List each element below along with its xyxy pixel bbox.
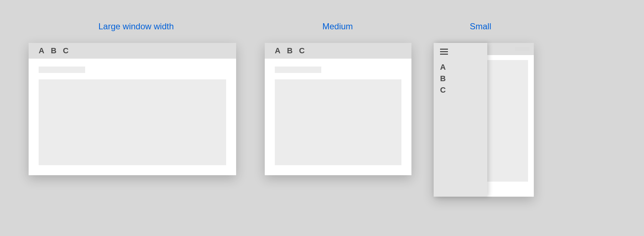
topbar-medium: A B C (265, 43, 411, 59)
body-placeholder (275, 79, 401, 165)
window-small: A B C (434, 43, 534, 197)
tab-b[interactable]: B (287, 46, 293, 55)
label-small: Small (470, 21, 491, 31)
tab-a[interactable]: A (440, 63, 481, 72)
body-placeholder (39, 79, 226, 165)
title-placeholder (515, 47, 530, 51)
window-medium: A B C (265, 43, 411, 175)
tab-b[interactable]: B (440, 74, 481, 83)
tab-b[interactable]: B (51, 46, 57, 55)
content-large (29, 59, 236, 173)
tab-c[interactable]: C (440, 85, 481, 95)
tab-c[interactable]: C (63, 46, 69, 55)
label-large: Large window width (98, 21, 174, 31)
title-placeholder (39, 67, 85, 73)
topbar-large: A B C (29, 43, 236, 59)
tab-a[interactable]: A (39, 46, 44, 55)
nav-drawer: A B C (434, 43, 487, 197)
label-medium: Medium (322, 21, 353, 31)
title-placeholder (275, 67, 321, 73)
tab-a[interactable]: A (275, 46, 280, 55)
content-medium (265, 59, 411, 173)
hamburger-icon[interactable] (440, 49, 448, 55)
tab-c[interactable]: C (299, 46, 305, 55)
window-large: A B C (29, 43, 236, 175)
